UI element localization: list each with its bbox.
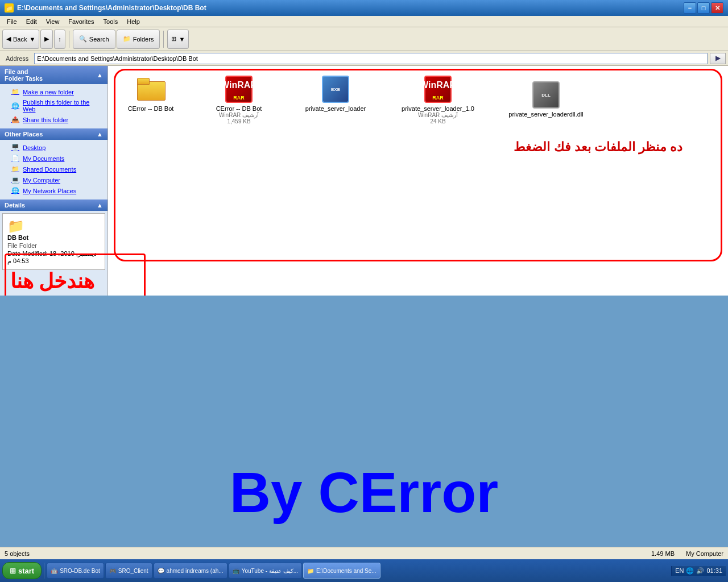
sidebar-item-network[interactable]: 🌐 My Network Places — [0, 185, 107, 196]
start-label: start — [18, 567, 34, 575]
up-arrow-icon: ↑ — [58, 36, 61, 43]
taskbar-time: 01:31 — [706, 567, 722, 574]
address-input[interactable] — [34, 53, 708, 64]
views-dropdown-icon[interactable]: ▼ — [179, 36, 185, 43]
file-tasks-collapse-icon: ▲ — [97, 72, 103, 78]
menu-tools[interactable]: Tools — [99, 17, 123, 26]
file-tasks-content: 📁 Make a new folder 🌐 Publish this folde… — [0, 84, 107, 127]
file-item-dll[interactable]: DLL private_server_loaderdll.dll — [495, 77, 597, 128]
folder-shape — [137, 78, 164, 101]
go-arrow-icon: ▶ — [715, 55, 720, 62]
taskbar: ⊞ start 🤖 SRO-DB.de Bot 🎮 SRO_Client 💬 a… — [0, 559, 728, 582]
share-icon: 📤 — [11, 116, 19, 123]
detail-panel: 📁 DB Bot File Folder Date Modified: 18 د… — [2, 213, 105, 270]
sidebar-item-share[interactable]: 📤 Share this folder — [0, 114, 107, 125]
file-name-psl: private_server_loader — [305, 105, 366, 112]
new-folder-icon: 📁 — [11, 88, 19, 95]
file-tasks-label: File andFolder Tasks — [5, 68, 43, 82]
file-area: ده منظر الملفات بعد فك الضغط CError -- D… — [108, 66, 728, 296]
title-bar-left: 📁 E:\Documents and Settings\Administrato… — [5, 3, 206, 13]
file-type-psl10: WinRAR آرشيف — [418, 112, 458, 118]
desktop-icon: 🖥️ — [11, 144, 19, 151]
forward-button[interactable]: ▶ — [40, 30, 53, 49]
winrar-icon-1: WinRAR — [225, 76, 253, 103]
menu-edit[interactable]: Edit — [22, 17, 42, 26]
file-tasks-header[interactable]: File andFolder Tasks ▲ — [0, 66, 107, 84]
taskbar-item-explorer[interactable]: 📁 E:\Documents and Se... — [303, 563, 380, 579]
sroclient-label: SRO_Client — [118, 568, 148, 574]
views-icon: ⊞ — [171, 35, 176, 43]
title-bar-controls[interactable]: − □ ✕ — [684, 2, 723, 14]
other-places-collapse-icon: ▲ — [97, 131, 103, 138]
views-button[interactable]: ⊞ ▼ — [167, 30, 189, 49]
my-computer-icon: 💻 — [11, 176, 19, 184]
folder-icon — [137, 76, 164, 103]
search-label: Search — [89, 36, 109, 43]
arabic-annotation-text: ده منظر الملفات بعد فك الضغط — [514, 140, 682, 155]
exe-icon-psl: EXE — [322, 76, 349, 103]
close-button[interactable]: ✕ — [711, 2, 723, 14]
status-bar: 5 objects 1.49 MB My Computer — [0, 547, 728, 559]
exe-shape-psl: EXE — [322, 76, 349, 103]
back-label: Back — [13, 36, 27, 43]
taskbar-separator — [44, 563, 44, 579]
minimize-button[interactable]: − — [684, 2, 696, 14]
address-label: Address — [2, 55, 32, 62]
taskbar-item-youtube[interactable]: 📺 YouTube - كيف عتيقة... — [229, 563, 302, 579]
maximize-button[interactable]: □ — [697, 2, 710, 14]
up-button[interactable]: ↑ — [54, 30, 65, 49]
other-places-header[interactable]: Other Places ▲ — [0, 128, 107, 140]
date-label: Date Modified: — [7, 250, 48, 257]
file-type-winrar-cerror: WinRAR آرشيف — [219, 112, 259, 118]
back-dropdown-icon[interactable]: ▼ — [29, 36, 35, 43]
folders-button[interactable]: 📁 Folders — [117, 30, 160, 49]
other-places-section: Other Places ▲ 🖥️ Desktop 📄 My Documents… — [0, 128, 107, 198]
winrar-shape-1: WinRAR — [225, 76, 253, 103]
menu-help[interactable]: Help — [122, 17, 144, 26]
sidebar-item-my-documents[interactable]: 📄 My Documents — [0, 153, 107, 164]
srodb-icon: 🤖 — [51, 568, 57, 574]
file-item-psl10[interactable]: WinRAR private_server_loader_1.0 WinRAR … — [387, 72, 489, 128]
taskbar-item-ahmed[interactable]: 💬 ahmed indreams (ah... — [154, 563, 228, 579]
menu-favorites[interactable]: Favorites — [64, 17, 98, 26]
menu-file[interactable]: File — [2, 17, 22, 26]
youtube-label: YouTube - كيف عتيقة... — [242, 568, 298, 574]
dll-shape: DLL — [532, 81, 560, 109]
menu-view[interactable]: View — [42, 17, 64, 26]
network-tray-icon: 🌐 — [686, 567, 694, 575]
file-item-winrar-cerror[interactable]: WinRAR CError -- DB Bot WinRAR آرشيف 1,4… — [193, 72, 284, 128]
toolbar: ◀ Back ▼ ▶ ↑ 🔍 Search 📁 Folders ⊞ ▼ — [0, 27, 728, 51]
title-bar-icon: 📁 — [5, 3, 14, 13]
start-button[interactable]: ⊞ start — [2, 562, 42, 579]
taskbar-item-sroclient[interactable]: 🎮 SRO_Client — [105, 563, 152, 579]
youtube-icon: 📺 — [233, 568, 239, 574]
sidebar-item-shared-documents[interactable]: 📁 Shared Documents — [0, 164, 107, 174]
detail-type: File Folder — [7, 242, 100, 249]
file-item-cerror-folder[interactable]: CError -- DB Bot — [114, 72, 188, 128]
taskbar-item-srodb[interactable]: 🤖 SRO-DB.de Bot — [47, 563, 104, 579]
other-places-content: 🖥️ Desktop 📄 My Documents 📁 Shared Docum… — [0, 140, 107, 198]
sidebar-item-publish[interactable]: 🌐 Publish this folder to the Web — [0, 97, 107, 114]
file-name-cerror-folder: CError -- DB Bot — [128, 105, 174, 112]
sidebar-item-new-folder[interactable]: 📁 Make a new folder — [0, 86, 107, 97]
file-name-winrar-cerror: CError -- DB Bot — [216, 105, 262, 112]
search-button[interactable]: 🔍 Search — [73, 30, 115, 49]
address-go-button[interactable]: ▶ — [710, 53, 726, 64]
sidebar-item-desktop[interactable]: 🖥️ Desktop — [0, 142, 107, 153]
file-item-psl[interactable]: EXE private_server_loader — [290, 72, 381, 128]
details-header[interactable]: Details ▲ — [0, 199, 107, 211]
details-collapse-icon: ▲ — [97, 202, 103, 209]
sidebar-item-my-computer[interactable]: 💻 My Computer — [0, 174, 107, 185]
winrar-icon-2: WinRAR — [424, 76, 452, 103]
detail-title: DB Bot — [7, 234, 100, 241]
lang-indicator: EN — [675, 567, 684, 574]
sidebar: File andFolder Tasks ▲ 📁 Make a new fold… — [0, 66, 108, 296]
window-container: 📁 E:\Documents and Settings\Administrato… — [0, 0, 728, 559]
toolbar-separator-1 — [69, 31, 69, 48]
windows-logo-icon: ⊞ — [10, 567, 16, 575]
file-tasks-section: File andFolder Tasks ▲ 📁 Make a new fold… — [0, 66, 107, 127]
detail-folder-icon: 📁 — [7, 218, 100, 234]
folders-label: Folders — [133, 36, 154, 43]
by-cerror-text: By CError — [230, 460, 498, 525]
back-button[interactable]: ◀ Back ▼ — [2, 30, 39, 49]
